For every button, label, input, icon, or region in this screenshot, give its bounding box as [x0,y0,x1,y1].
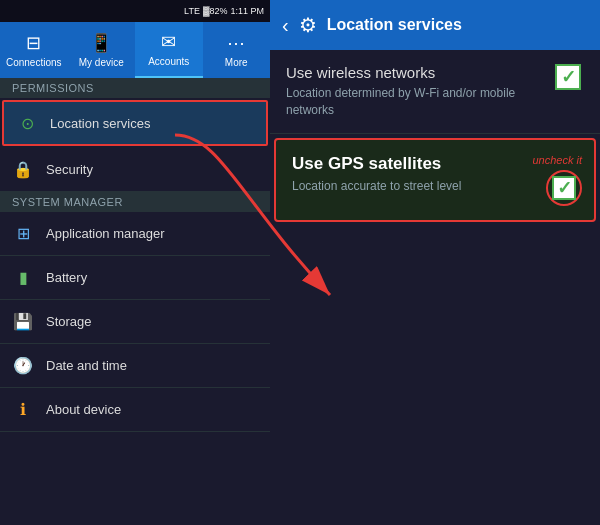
menu-item-location[interactable]: ⊙ Location services [2,100,268,146]
lte-icon: LTE [184,6,200,16]
menu-item-about-label: About device [46,402,121,417]
tab-accounts[interactable]: ✉ Accounts [135,22,203,78]
battery-icon: ▮ [12,267,34,289]
gps-setting-desc: Location accurate to street level [292,178,520,195]
menu-item-security[interactable]: 🔒 Security [0,148,270,192]
appmanager-icon: ⊞ [12,223,34,245]
wireless-setting-desc: Location determined by W-Fi and/or mobil… [286,85,540,119]
right-panel-title: Location services [327,16,462,34]
location-icon: ⊙ [16,112,38,134]
right-panel: ‹ ⚙ Location services Use wireless netwo… [270,0,600,525]
tab-mydevice[interactable]: 📱 My device [68,22,136,78]
storage-icon: 💾 [12,311,34,333]
permissions-header: Permissions [0,78,270,98]
wireless-checkmark: ✓ [561,66,576,88]
menu-item-datetime-label: Date and time [46,358,127,373]
gps-checkbox-container: ✓ [546,170,582,206]
menu-item-appmanager[interactable]: ⊞ Application manager [0,212,270,256]
accounts-icon: ✉ [161,31,176,53]
left-panel: LTE ▓82% 1:11 PM ⊟ Connections 📱 My devi… [0,0,270,525]
menu-item-about[interactable]: ℹ About device [0,388,270,432]
location-header-icon: ⚙ [299,13,317,37]
menu-item-location-label: Location services [50,116,150,131]
signal-icon: ▓82% [203,6,228,16]
menu-item-security-label: Security [46,162,93,177]
menu-item-battery[interactable]: ▮ Battery [0,256,270,300]
nav-tabs: ⊟ Connections 📱 My device ✉ Accounts ⋯ M… [0,22,270,78]
datetime-icon: 🕐 [12,355,34,377]
menu-item-storage[interactable]: 💾 Storage [0,300,270,344]
gps-setting-text: Use GPS satellites Location accurate to … [292,154,532,195]
tab-connections-label: Connections [6,57,62,68]
menu-item-datetime[interactable]: 🕐 Date and time [0,344,270,388]
tab-accounts-label: Accounts [148,56,189,67]
gps-setting-title: Use GPS satellites [292,154,520,174]
mydevice-icon: 📱 [90,32,112,54]
menu-item-storage-label: Storage [46,314,92,329]
gps-checkmark: ✓ [557,177,572,199]
tab-connections[interactable]: ⊟ Connections [0,22,68,78]
wireless-setting-text: Use wireless networks Location determine… [286,64,552,119]
connections-icon: ⊟ [26,32,41,54]
tab-more[interactable]: ⋯ More [203,22,271,78]
more-icon: ⋯ [227,32,245,54]
system-manager-header: System manager [0,192,270,212]
tab-more-label: More [225,57,248,68]
right-header: ‹ ⚙ Location services [270,0,600,50]
wireless-checkbox-container: ✓ [552,64,584,90]
tab-mydevice-label: My device [79,57,124,68]
menu-item-appmanager-label: Application manager [46,226,165,241]
wireless-setting-title: Use wireless networks [286,64,540,81]
status-bar: LTE ▓82% 1:11 PM [0,0,270,22]
uncheck-label: uncheck it [532,154,582,166]
right-content: Use wireless networks Location determine… [270,50,600,525]
gps-checkbox[interactable]: ✓ [546,170,582,206]
wireless-networks-item: Use wireless networks Location determine… [270,50,600,134]
menu-item-battery-label: Battery [46,270,87,285]
back-button[interactable]: ‹ [282,14,289,37]
security-icon: 🔒 [12,159,34,181]
time-display: 1:11 PM [230,6,264,16]
gps-satellites-item: Use GPS satellites Location accurate to … [274,138,596,222]
about-icon: ℹ [12,399,34,421]
status-icons: LTE ▓82% 1:11 PM [184,6,264,16]
wireless-checkbox[interactable]: ✓ [555,64,581,90]
